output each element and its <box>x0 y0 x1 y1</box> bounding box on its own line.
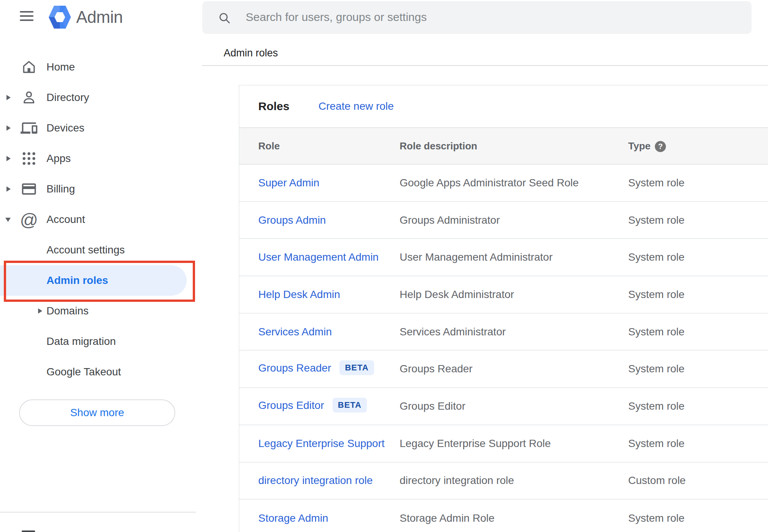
sidebar-item-label: Devices <box>46 122 85 134</box>
role-type: System role <box>628 326 685 338</box>
menu-icon[interactable] <box>20 10 34 22</box>
sidebar: Admin HomeDirectoryDevicesAppsBilling@Ac… <box>0 0 196 532</box>
role-type: System role <box>628 177 685 189</box>
role-link[interactable]: Super Admin <box>258 177 319 189</box>
role-link[interactable]: Groups Admin <box>258 214 326 226</box>
role-type: System role <box>628 400 685 412</box>
panel-title: Roles <box>258 85 290 127</box>
sidebar-item-label: Account <box>46 213 85 226</box>
show-more-label: Show more <box>70 407 124 419</box>
role-type: Custom role <box>628 474 686 487</box>
devices-icon <box>20 119 38 137</box>
roles-panel: Roles Create new role Role Role descript… <box>239 85 768 532</box>
sidebar-item-domains[interactable]: Domains <box>0 296 196 326</box>
role-link[interactable]: directory integration role <box>258 474 373 487</box>
role-description: Storage Admin Role <box>400 512 494 524</box>
sidebar-divider <box>0 512 196 513</box>
table-row: Groups EditorBETAGroups EditorSystem rol… <box>239 388 768 425</box>
sidebar-item-devices[interactable]: Devices <box>0 113 196 143</box>
sidebar-item-label: Admin roles <box>46 274 108 287</box>
role-description: User Management Administrator <box>400 251 553 263</box>
role-link[interactable]: Services Admin <box>258 326 332 338</box>
person-icon <box>20 89 38 106</box>
beta-badge: BETA <box>333 397 367 412</box>
search-placeholder: Search for users, groups or settings <box>246 11 427 24</box>
table-row: directory integration roledirectory inte… <box>239 463 768 500</box>
role-link[interactable]: Groups EditorBETA <box>258 399 367 413</box>
at-sign-icon: @ <box>20 211 38 228</box>
sidebar-item-label: Account settings <box>46 244 125 256</box>
table-row: Help Desk AdminHelp Desk AdministratorSy… <box>239 276 768 314</box>
sidebar-item-label: Domains <box>46 305 88 317</box>
table-row: Groups ReaderBETAGroups ReaderSystem rol… <box>239 351 768 388</box>
sidebar-nav: HomeDirectoryDevicesAppsBilling@Account <box>0 52 196 235</box>
app-title: Admin <box>76 8 123 27</box>
apps-grid-icon <box>20 150 38 167</box>
column-header-role: Role <box>258 140 280 152</box>
search-icon <box>218 11 231 24</box>
chevron-down-icon[interactable] <box>5 218 11 222</box>
sidebar-item-account[interactable]: @Account <box>0 204 196 235</box>
admin-logo-icon <box>48 5 71 29</box>
role-link[interactable]: Storage Admin <box>258 512 328 524</box>
roles-table: Super AdminGoogle Apps Administrator See… <box>239 165 768 532</box>
role-link[interactable]: Legacy Enterprise Support <box>258 437 385 450</box>
role-type: System role <box>628 214 685 226</box>
column-header-type: Type <box>628 140 651 152</box>
sidebar-item-data-migration[interactable]: Data migration <box>0 326 196 357</box>
create-new-role-link[interactable]: Create new role <box>318 85 394 127</box>
role-type: System role <box>628 363 685 375</box>
help-icon[interactable]: ? <box>655 141 666 152</box>
sidebar-item-label: Apps <box>46 152 71 165</box>
table-row: Services AdminServices AdministratorSyst… <box>239 314 768 351</box>
beta-badge: BETA <box>339 361 374 375</box>
sidebar-item-account-settings[interactable]: Account settings <box>0 235 196 265</box>
role-link[interactable]: Help Desk Admin <box>258 288 340 301</box>
sidebar-item-billing[interactable]: Billing <box>0 174 196 204</box>
chevron-right-icon[interactable] <box>6 95 11 100</box>
role-description: Groups Administrator <box>400 214 500 226</box>
show-more-button[interactable]: Show more <box>19 399 175 426</box>
chevron-right-icon[interactable] <box>38 308 42 314</box>
table-row: User Management AdminUser Management Adm… <box>239 239 768 276</box>
sidebar-item-label: Google Takeout <box>46 366 121 378</box>
home-icon <box>20 58 38 76</box>
sidebar-item-label: Directory <box>46 91 89 104</box>
role-type: System role <box>628 437 685 450</box>
role-link[interactable]: Groups ReaderBETA <box>258 362 374 377</box>
column-header-role-description: Role description <box>400 140 477 152</box>
chevron-right-icon[interactable] <box>6 156 11 161</box>
sidebar-item-label: Billing <box>46 183 75 195</box>
table-row: Groups AdminGroups AdministratorSystem r… <box>239 202 768 239</box>
table-row: Legacy Enterprise SupportLegacy Enterpri… <box>239 425 768 463</box>
credit-card-icon <box>20 180 38 198</box>
role-description: Groups Editor <box>400 400 466 412</box>
sidebar-item-label: Data migration <box>46 335 116 348</box>
table-row: Storage AdminStorage Admin RoleSystem ro… <box>239 500 768 532</box>
role-type: System role <box>628 251 685 263</box>
role-description: Groups Reader <box>400 363 472 375</box>
sidebar-item-apps[interactable]: Apps <box>0 143 196 174</box>
search-input[interactable]: Search for users, groups or settings <box>202 1 752 34</box>
sidebar-item-admin-roles[interactable]: Admin roles <box>0 265 187 296</box>
sidebar-item-google-takeout[interactable]: Google Takeout <box>0 357 196 387</box>
chevron-right-icon[interactable] <box>6 186 11 192</box>
role-description: Legacy Enterprise Support Role <box>400 437 551 450</box>
role-description: directory integration role <box>400 474 514 487</box>
role-description: Help Desk Administrator <box>400 288 514 301</box>
table-header: Role Role description Type ? <box>239 127 768 165</box>
partial-bottom-icon <box>22 530 35 532</box>
role-description: Services Administrator <box>400 326 506 338</box>
role-description: Google Apps Administrator Seed Role <box>400 177 579 189</box>
sidebar-item-directory[interactable]: Directory <box>0 82 196 113</box>
chevron-right-icon[interactable] <box>6 125 11 131</box>
role-type: System role <box>628 288 685 301</box>
role-type: System role <box>628 512 685 524</box>
sidebar-item-home[interactable]: Home <box>0 52 196 82</box>
role-link[interactable]: User Management Admin <box>258 251 379 263</box>
sidebar-item-label: Home <box>46 61 75 73</box>
breadcrumb: Admin roles <box>224 47 278 59</box>
header-divider <box>202 65 768 66</box>
sidebar-subnav: Account settingsAdmin rolesDomainsData m… <box>0 235 196 387</box>
table-row: Super AdminGoogle Apps Administrator See… <box>239 165 768 202</box>
